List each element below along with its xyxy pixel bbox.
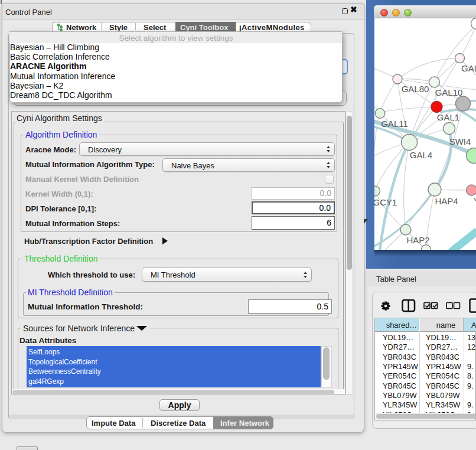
svg-text:SWI4: SWI4 [449, 136, 471, 146]
svg-text:GAL10: GAL10 [435, 87, 463, 97]
svg-text:GAL4: GAL4 [410, 150, 432, 160]
svg-text:GAL: GAL [461, 63, 476, 73]
svg-text:HAP2: HAP2 [406, 235, 429, 245]
svg-text:HAP4: HAP4 [435, 196, 458, 206]
svg-text:GAL11: GAL11 [381, 119, 408, 129]
svg-text:GAL80: GAL80 [402, 84, 429, 94]
svg-text:GCY1: GCY1 [374, 197, 397, 207]
svg-text:Y: Y [474, 196, 476, 206]
svg-text:GAL1: GAL1 [437, 112, 459, 122]
